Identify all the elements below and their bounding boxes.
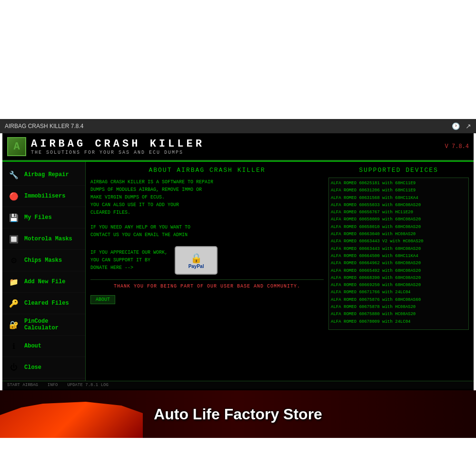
device-entry: ALFA ROMEO 60671766 with 24LC04 [331, 289, 466, 296]
sidebar-label-close: Close [24, 364, 41, 371]
paypal-icon: 🔒 [190, 252, 202, 264]
store-name: Auto Life Factory Store [154, 406, 322, 423]
sidebar-icon-my-files: 💾 [7, 211, 20, 224]
sidebar-item-my-files[interactable]: 💾 My Files [2, 207, 85, 228]
status-bar: START AIRBAG INFO UPDATE 7.8.1 LOG [2, 381, 474, 389]
device-entry: ALFA ROMEO 60631568 with 68HC11KA4 [331, 195, 466, 202]
devices-panel: SUPPORTED DEVICES ALFA ROMEO 60625181 wi… [328, 167, 469, 376]
sidebar-item-add-new-file[interactable]: 📁 Add New File [2, 271, 85, 293]
device-entry: ALFA ROMEO 60664962 with 68HC08AS20 [331, 260, 466, 267]
about-paragraph2: IF YOU NEED ANY HELP OR YOU WANT TO CONT… [90, 224, 324, 239]
device-entry: ALFA ROMEO 60675878 with HC08AS20 [331, 304, 466, 311]
sidebar-label-pincode-calculator: PinCode Calculator [24, 318, 80, 331]
top-whitespace [0, 0, 476, 119]
sidebar-icon-about: ℹ [7, 339, 20, 353]
sidebar-icon-airbag-repair: 🔧 [7, 168, 20, 181]
banner-car-graphic [0, 400, 143, 438]
device-entry: ALFA ROMEO 60668390 with 68HC08AS20 [331, 275, 466, 282]
app-header: A AIRBAG CRASH KILLER THE SOLUTIONS FOR … [2, 133, 474, 161]
sidebar-item-about[interactable]: ℹ About [2, 336, 85, 357]
app-title-sub: THE SOLUTIONS FOR YOUR SAS AND ECU DUMPS [31, 150, 205, 155]
paypal-button[interactable]: 🔒 PayPal [175, 246, 218, 275]
about-paragraph1: AIRBAG CRASH KILLER IS A SOFTWARE TO REP… [90, 178, 324, 217]
sidebar-icon-add-new-file: 📁 [7, 275, 20, 288]
sidebar-label-immobilisers: Immobilisers [24, 193, 65, 199]
device-entry: ALFA ROMEO 60665492 with 68HC08AS20 [331, 268, 466, 275]
store-banner: Auto Life Factory Store [0, 390, 476, 438]
app-logo: A [7, 137, 26, 156]
sidebar-label-cleared-files: Cleared Files [24, 300, 69, 307]
device-entry: ALFA ROMEO 60625181 with 68HC11E9 [331, 180, 466, 187]
main-layout: 🔧 Airbag Repair 🔴 Immobilisers 💾 My File… [2, 162, 474, 381]
sidebar-icon-motorola-masks: 🔲 [7, 232, 20, 246]
app-container: A AIRBAG CRASH KILLER THE SOLUTIONS FOR … [2, 133, 474, 390]
device-entry: ALFA ROMEO 60669250 with 68HC08AS20 [331, 282, 466, 289]
status-item-3: UPDATE 7.8.1 LOG [67, 383, 108, 387]
sidebar-item-chips-masks[interactable]: ⚙ Chips Masks [2, 250, 85, 271]
device-entry: ALFA ROMEO 60675880 with HC08AS20 [331, 311, 466, 318]
clock-icon[interactable]: 🕐 [452, 122, 460, 130]
browser-icons: 🕐 ↗ [452, 122, 471, 130]
thank-you-text: THANK YOU FOR BEING PART OF OUR USER BAS… [90, 279, 324, 289]
about-section: ABOUT AIRBAG CRASH KILLER AIRBAG CRASH K… [90, 167, 324, 376]
devices-title: SUPPORTED DEVICES [328, 167, 469, 174]
device-entry: ALFA ROMEO 60655033 with 68HC08AS20 [331, 202, 466, 209]
browser-title: AIRBAG CRASH KILLER 7.8.4 [5, 123, 83, 129]
sidebar-icon-close: ⏻ [7, 361, 20, 374]
sidebar-item-pincode-calculator[interactable]: 🔐 PinCode Calculator [2, 314, 85, 336]
browser-bar: AIRBAG CRASH KILLER 7.8.4 🕐 ↗ [0, 119, 476, 133]
device-entry: ALFA ROMEO 60658010 with 68HC08AS20 [331, 224, 466, 231]
sidebar-item-immobilisers[interactable]: 🔴 Immobilisers [2, 186, 85, 207]
device-entry: ALFA ROMEO 60631206 with 68HC11E9 [331, 187, 466, 194]
sidebar-label-about: About [24, 343, 41, 349]
device-entry: ALFA ROMEO 60663443 V2 with HC08AS20 [331, 238, 466, 245]
sidebar-label-chips-masks: Chips Masks [24, 257, 62, 264]
device-entry: ALFA ROMEO 60658009 with 68HC08AS20 [331, 216, 466, 223]
sidebar-icon-pincode-calculator: 🔐 [7, 318, 20, 331]
app-title-main: AIRBAG CRASH KILLER [31, 138, 205, 150]
about-button[interactable]: ABOUT [90, 295, 115, 304]
device-entry: ALFA ROMEO 60663040 with HC08AS20 [331, 231, 466, 238]
content-area: ABOUT AIRBAG CRASH KILLER AIRBAG CRASH K… [86, 162, 474, 381]
share-icon[interactable]: ↗ [466, 122, 471, 130]
status-item-1: START AIRBAG [7, 383, 38, 387]
sidebar-item-close[interactable]: ⏻ Close [2, 357, 85, 378]
sidebar-label-airbag-repair: Airbag Repair [24, 171, 69, 178]
app-version: V 7.8.4 [445, 143, 469, 150]
app-title-block: AIRBAG CRASH KILLER THE SOLUTIONS FOR YO… [31, 138, 205, 155]
device-entry: ALFA ROMEO 60664500 with 68HC11KA4 [331, 253, 466, 260]
donate-section: IF YOU APPRECIATE OUR WORK, YOU CAN SUPP… [90, 246, 324, 275]
about-title: ABOUT AIRBAG CRASH KILLER [90, 167, 324, 174]
sidebar-label-add-new-file: Add New File [24, 278, 65, 285]
donate-text: IF YOU APPRECIATE OUR WORK, YOU CAN SUPP… [90, 249, 168, 272]
sidebar-label-motorola-masks: Motorola Masks [24, 236, 72, 242]
devices-list[interactable]: ALFA ROMEO 60625181 with 68HC11E9ALFA RO… [328, 178, 469, 330]
device-entry: ALFA ROMEO 60663443 with 68HC08AS20 [331, 246, 466, 253]
sidebar-item-cleared-files[interactable]: 🔑 Cleared Files [2, 293, 85, 314]
sidebar-item-motorola-masks[interactable]: 🔲 Motorola Masks [2, 228, 85, 250]
device-entry: ALFA ROMEO 60678009 with 24LC04 [331, 318, 466, 326]
sidebar-icon-cleared-files: 🔑 [7, 297, 20, 310]
sidebar: 🔧 Airbag Repair 🔴 Immobilisers 💾 My File… [2, 162, 86, 381]
paypal-label: PayPal [188, 264, 204, 269]
logo-letter: A [13, 141, 20, 153]
sidebar-icon-chips-masks: ⚙ [7, 254, 20, 267]
sidebar-icon-immobilisers: 🔴 [7, 189, 20, 203]
sidebar-item-airbag-repair[interactable]: 🔧 Airbag Repair [2, 164, 85, 186]
device-entry: ALFA ROMEO 60656767 with HC11E20 [331, 209, 466, 216]
device-entry: ALFA ROMEO 60675876 with 68HC08AS60 [331, 297, 466, 304]
status-item-2: INFO [48, 383, 58, 387]
sidebar-label-my-files: My Files [24, 214, 52, 221]
